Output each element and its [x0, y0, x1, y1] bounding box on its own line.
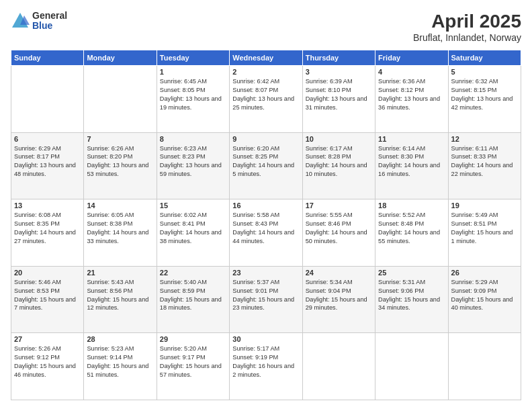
day-info: Sunrise: 6:20 AM Sunset: 8:25 PM Dayligh…: [232, 144, 299, 179]
calendar-day-cell: 26Sunrise: 5:29 AM Sunset: 9:09 PM Dayli…: [448, 266, 521, 333]
day-number: 14: [87, 201, 153, 210]
calendar-day-cell: 6Sunrise: 6:29 AM Sunset: 8:17 PM Daylig…: [11, 132, 84, 199]
day-number: 4: [378, 68, 445, 76]
day-number: 7: [87, 135, 153, 143]
day-number: 22: [160, 269, 226, 277]
calendar-week-row: 27Sunrise: 5:26 AM Sunset: 9:12 PM Dayli…: [11, 333, 521, 400]
logo-text: General Blue: [32, 11, 67, 32]
day-number: 6: [14, 135, 81, 143]
calendar-day-cell: 29Sunrise: 5:20 AM Sunset: 9:17 PM Dayli…: [157, 333, 229, 400]
day-info: Sunrise: 6:23 AM Sunset: 8:23 PM Dayligh…: [160, 144, 226, 179]
day-info: Sunrise: 6:29 AM Sunset: 8:17 PM Dayligh…: [14, 144, 81, 179]
day-of-week-header: Thursday: [302, 50, 375, 66]
day-info: Sunrise: 5:40 AM Sunset: 8:59 PM Dayligh…: [160, 278, 226, 313]
day-number: 17: [306, 201, 372, 210]
day-info: Sunrise: 6:08 AM Sunset: 8:35 PM Dayligh…: [14, 211, 81, 246]
day-info: Sunrise: 6:36 AM Sunset: 8:12 PM Dayligh…: [378, 77, 445, 112]
day-of-week-header: Sunday: [11, 50, 84, 66]
day-number: 13: [14, 201, 81, 210]
day-info: Sunrise: 5:20 AM Sunset: 9:17 PM Dayligh…: [160, 345, 226, 379]
day-info: Sunrise: 5:49 AM Sunset: 8:51 PM Dayligh…: [451, 211, 518, 246]
day-number: 3: [306, 68, 372, 76]
day-info: Sunrise: 6:45 AM Sunset: 8:05 PM Dayligh…: [160, 77, 226, 112]
day-number: 21: [87, 269, 153, 277]
header: General Blue April 2025 Bruflat, Innland…: [11, 11, 521, 43]
day-number: 9: [232, 135, 299, 143]
calendar-day-cell: 16Sunrise: 5:58 AM Sunset: 8:43 PM Dayli…: [230, 199, 302, 267]
calendar-day-cell: [84, 66, 157, 133]
day-info: Sunrise: 5:46 AM Sunset: 8:53 PM Dayligh…: [14, 278, 81, 313]
calendar-day-cell: 18Sunrise: 5:52 AM Sunset: 8:48 PM Dayli…: [375, 199, 448, 267]
calendar-week-row: 1Sunrise: 6:45 AM Sunset: 8:05 PM Daylig…: [11, 66, 521, 133]
calendar-day-cell: 22Sunrise: 5:40 AM Sunset: 8:59 PM Dayli…: [157, 266, 229, 333]
calendar-day-cell: 23Sunrise: 5:37 AM Sunset: 9:01 PM Dayli…: [230, 266, 302, 333]
day-of-week-header: Saturday: [448, 50, 521, 66]
day-number: 10: [306, 135, 372, 143]
day-info: Sunrise: 5:43 AM Sunset: 8:56 PM Dayligh…: [87, 278, 153, 313]
logo-general: General: [32, 11, 67, 21]
day-number: 19: [451, 201, 518, 210]
day-number: 8: [160, 135, 226, 143]
day-number: 26: [451, 269, 518, 277]
day-info: Sunrise: 5:55 AM Sunset: 8:46 PM Dayligh…: [306, 211, 372, 246]
calendar-day-cell: 27Sunrise: 5:26 AM Sunset: 9:12 PM Dayli…: [11, 333, 84, 400]
calendar-day-cell: [375, 333, 448, 400]
day-number: 12: [451, 135, 518, 143]
day-info: Sunrise: 5:26 AM Sunset: 9:12 PM Dayligh…: [14, 345, 81, 379]
day-number: 29: [160, 335, 226, 343]
day-info: Sunrise: 6:26 AM Sunset: 8:20 PM Dayligh…: [87, 144, 153, 179]
day-number: 23: [232, 269, 299, 277]
day-info: Sunrise: 6:11 AM Sunset: 8:33 PM Dayligh…: [451, 144, 518, 179]
calendar-day-cell: 10Sunrise: 6:17 AM Sunset: 8:28 PM Dayli…: [302, 132, 375, 199]
calendar-day-cell: 9Sunrise: 6:20 AM Sunset: 8:25 PM Daylig…: [230, 132, 302, 199]
calendar-day-cell: 7Sunrise: 6:26 AM Sunset: 8:20 PM Daylig…: [84, 132, 157, 199]
day-of-week-header: Monday: [84, 50, 157, 66]
calendar-week-row: 13Sunrise: 6:08 AM Sunset: 8:35 PM Dayli…: [11, 199, 521, 267]
title-area: April 2025 Bruflat, Innlandet, Norway: [413, 11, 521, 43]
calendar-day-cell: [11, 66, 84, 133]
calendar-header-row: SundayMondayTuesdayWednesdayThursdayFrid…: [11, 50, 521, 66]
day-number: 11: [378, 135, 445, 143]
day-of-week-header: Friday: [375, 50, 448, 66]
day-number: 1: [160, 68, 226, 76]
calendar-day-cell: 15Sunrise: 6:02 AM Sunset: 8:41 PM Dayli…: [157, 199, 229, 267]
calendar-week-row: 20Sunrise: 5:46 AM Sunset: 8:53 PM Dayli…: [11, 266, 521, 333]
calendar-day-cell: 2Sunrise: 6:42 AM Sunset: 8:07 PM Daylig…: [230, 66, 302, 133]
calendar-week-row: 6Sunrise: 6:29 AM Sunset: 8:17 PM Daylig…: [11, 132, 521, 199]
calendar-day-cell: 20Sunrise: 5:46 AM Sunset: 8:53 PM Dayli…: [11, 266, 84, 333]
calendar-day-cell: 17Sunrise: 5:55 AM Sunset: 8:46 PM Dayli…: [302, 199, 375, 267]
day-number: 30: [232, 335, 299, 343]
day-info: Sunrise: 5:37 AM Sunset: 9:01 PM Dayligh…: [232, 278, 299, 313]
calendar-day-cell: 1Sunrise: 6:45 AM Sunset: 8:05 PM Daylig…: [157, 66, 229, 133]
calendar-day-cell: 8Sunrise: 6:23 AM Sunset: 8:23 PM Daylig…: [157, 132, 229, 199]
calendar-day-cell: [448, 333, 521, 400]
day-number: 27: [14, 335, 81, 343]
day-number: 18: [378, 201, 445, 210]
day-info: Sunrise: 5:31 AM Sunset: 9:06 PM Dayligh…: [378, 278, 445, 313]
day-info: Sunrise: 6:14 AM Sunset: 8:30 PM Dayligh…: [378, 144, 445, 179]
day-number: 28: [87, 335, 153, 343]
calendar-day-cell: 14Sunrise: 6:05 AM Sunset: 8:38 PM Dayli…: [84, 199, 157, 267]
calendar-day-cell: 19Sunrise: 5:49 AM Sunset: 8:51 PM Dayli…: [448, 199, 521, 267]
page: General Blue April 2025 Bruflat, Innland…: [0, 0, 532, 411]
logo: General Blue: [11, 11, 67, 32]
calendar-day-cell: 28Sunrise: 5:23 AM Sunset: 9:14 PM Dayli…: [84, 333, 157, 400]
day-of-week-header: Tuesday: [157, 50, 229, 66]
day-number: 24: [306, 269, 372, 277]
calendar-day-cell: 25Sunrise: 5:31 AM Sunset: 9:06 PM Dayli…: [375, 266, 448, 333]
calendar-day-cell: 12Sunrise: 6:11 AM Sunset: 8:33 PM Dayli…: [448, 132, 521, 199]
day-info: Sunrise: 6:05 AM Sunset: 8:38 PM Dayligh…: [87, 211, 153, 246]
day-number: 15: [160, 201, 226, 210]
day-info: Sunrise: 6:32 AM Sunset: 8:15 PM Dayligh…: [451, 77, 518, 112]
logo-blue: Blue: [32, 21, 67, 31]
day-number: 20: [14, 269, 81, 277]
calendar-day-cell: 30Sunrise: 5:17 AM Sunset: 9:19 PM Dayli…: [230, 333, 302, 400]
calendar-day-cell: 11Sunrise: 6:14 AM Sunset: 8:30 PM Dayli…: [375, 132, 448, 199]
logo-icon: [11, 11, 30, 30]
day-info: Sunrise: 6:42 AM Sunset: 8:07 PM Dayligh…: [232, 77, 299, 112]
day-number: 2: [232, 68, 299, 76]
calendar-day-cell: 13Sunrise: 6:08 AM Sunset: 8:35 PM Dayli…: [11, 199, 84, 267]
day-info: Sunrise: 6:17 AM Sunset: 8:28 PM Dayligh…: [306, 144, 372, 179]
day-info: Sunrise: 6:02 AM Sunset: 8:41 PM Dayligh…: [160, 211, 226, 246]
page-subtitle: Bruflat, Innlandet, Norway: [413, 32, 521, 43]
